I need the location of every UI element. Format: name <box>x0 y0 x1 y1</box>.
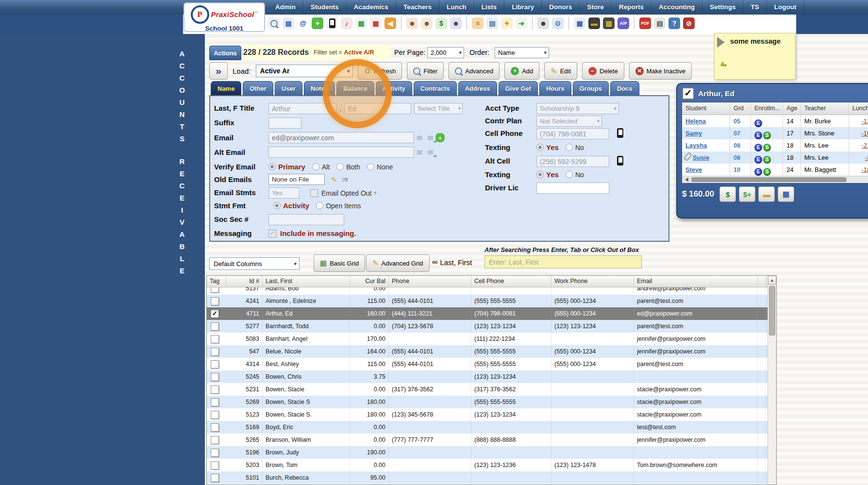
email-at-icon[interactable]: @ <box>297 17 309 29</box>
add-button[interactable]: +Add <box>504 62 539 80</box>
cell-phone-input[interactable] <box>536 128 609 139</box>
chat-add-icon[interactable]: + <box>435 133 445 142</box>
parent-icon[interactable]: ☻ <box>421 17 433 29</box>
help-icon[interactable]: ? <box>668 17 680 29</box>
make-inactive-button[interactable]: ✕Make Inactive <box>629 62 692 80</box>
lunch-balance-cell[interactable]: -3 <box>849 151 868 164</box>
megaphone-icon[interactable]: ◀ <box>384 17 396 29</box>
order-select[interactable]: Name <box>495 47 549 58</box>
student-row[interactable]: Susie08ES18Mrs. Lee-3 <box>682 151 868 164</box>
per-page-select[interactable]: 2,000 <box>427 47 464 58</box>
table-row[interactable]: 5083Barnhart, Angel170.00(111) 222-1234j… <box>207 333 776 345</box>
staff-icon[interactable]: ☻ <box>537 17 549 29</box>
grid-col-header-filler[interactable] <box>758 276 766 287</box>
old-emails-select[interactable]: None on File <box>268 174 325 185</box>
last-name-input[interactable] <box>344 103 411 114</box>
register-icon[interactable]: ▥ <box>603 17 615 29</box>
time-clock-icon[interactable]: ⊙ <box>552 17 564 29</box>
popup-col-header-age[interactable]: Age <box>783 102 801 115</box>
send-mail-icon[interactable]: ✉➔ <box>425 148 435 157</box>
nav-item-academics[interactable]: Academics <box>347 0 396 15</box>
print-icon[interactable]: ▤ <box>654 17 666 29</box>
nav-item-store[interactable]: Store <box>580 0 612 15</box>
alt-email-input[interactable] <box>268 147 414 158</box>
popup-col-header-grd[interactable]: Grd <box>730 102 751 115</box>
row-tag-checkbox[interactable] <box>211 322 219 331</box>
popup-col-header-teacher[interactable]: Teacher <box>801 102 849 115</box>
row-tag-checkbox[interactable] <box>211 335 219 343</box>
nav-item-lunch[interactable]: Lunch <box>439 0 474 15</box>
lunch-balance-cell[interactable]: -13 <box>849 115 868 127</box>
table-row[interactable]: 5231Bowen, Stacie0.00(317) 376-3562(317)… <box>207 383 776 396</box>
nav-item-accounting[interactable]: Accounting <box>651 0 702 15</box>
student-row[interactable]: Steve10ES24Mr. Baggett-18 <box>682 164 868 176</box>
row-tag-checkbox[interactable] <box>211 287 219 293</box>
scrollbar-thumb[interactable] <box>769 286 775 335</box>
tab-docs[interactable]: Docs <box>610 81 639 96</box>
table-row[interactable]: 5245Bowen, Chris3.75(123) 123-1234 <box>207 370 776 383</box>
tab-activity[interactable]: Activity <box>376 81 412 96</box>
message-note[interactable]: some message ▲➔ <box>714 33 796 80</box>
grid-col-header-cell-phone[interactable]: Cell Phone <box>471 276 551 287</box>
title-select[interactable]: Select Title <box>414 103 463 114</box>
row-tag-checkbox[interactable] <box>211 360 219 368</box>
texting-yes-radio[interactable] <box>536 171 544 178</box>
family-tag-checkbox[interactable]: ✓ <box>682 87 694 100</box>
refresh-button[interactable]: ♻Refresh <box>358 62 402 80</box>
driver-lic-input[interactable] <box>536 183 609 194</box>
student-link[interactable]: Samy <box>685 130 702 137</box>
student-row[interactable]: Helena05E14Mr. Burke-13 <box>682 115 868 127</box>
delete-button[interactable]: –Delete <box>582 62 624 80</box>
popup-col-header-lunch[interactable]: Lunch <box>849 102 868 115</box>
play-icon[interactable] <box>717 37 725 48</box>
nav-item-ts[interactable]: TS <box>743 0 767 15</box>
basic-grid-button[interactable]: ▦ Basic Grid <box>314 254 365 272</box>
verify-primary-radio[interactable] <box>268 163 276 170</box>
search-input[interactable] <box>484 255 642 268</box>
people-icon[interactable]: ☻ <box>450 17 462 29</box>
bell-icon[interactable]: ✦ <box>501 17 513 29</box>
statement-icon[interactable]: ▦ <box>778 186 794 202</box>
edit-note-icon[interactable]: ✎ <box>329 175 339 184</box>
verify-alt-radio[interactable] <box>312 163 319 170</box>
table-row[interactable]: 5277Barnhardt, Todd0.00(704) 123-5678(12… <box>207 320 776 333</box>
nav-item-settings[interactable]: Settings <box>702 0 743 15</box>
lunch-balance-cell[interactable]: -21 <box>849 139 868 151</box>
nav-item-logout[interactable]: Logout <box>767 0 804 15</box>
row-tag-checkbox[interactable] <box>211 385 219 394</box>
table-row[interactable]: 5101Burch, Rebecca95.00 <box>207 471 776 484</box>
messaging-checkbox[interactable] <box>268 230 276 237</box>
nav-item-admin[interactable]: Admin <box>268 0 303 15</box>
scroll-left-icon[interactable] <box>685 177 688 182</box>
student-link[interactable]: Steve <box>685 166 702 173</box>
grid-vertical-scrollbar[interactable]: ▲ <box>768 276 776 485</box>
phone-icon[interactable] <box>617 156 623 166</box>
hscrollbar-thumb[interactable] <box>691 177 847 182</box>
card-payment-icon[interactable]: ▬ <box>758 186 775 202</box>
pdf-icon[interactable]: PDF <box>639 17 651 29</box>
stmt-fmt-activity-radio[interactable] <box>273 202 281 209</box>
table-row[interactable]: 5169Boyd, Eric0.00test@test.com <box>207 421 776 434</box>
lunch-balance-cell[interactable]: -10 <box>849 127 868 139</box>
voice-call-icon[interactable]: ♪ <box>341 17 352 29</box>
row-tag-checkbox[interactable] <box>211 297 219 305</box>
row-tag-checkbox[interactable] <box>211 474 219 482</box>
table-row[interactable]: 4314Best, Ashley115.00(555) 444-0101(555… <box>207 358 776 370</box>
soc-sec-input[interactable] <box>268 214 344 225</box>
load-filter-select[interactable]: Active Ar <box>256 65 353 77</box>
table-row[interactable]: 5196Brown, Judy190.00 <box>207 446 776 459</box>
email-input[interactable] <box>268 132 414 143</box>
table-row[interactable]: 5203Brown, Tom0.00(123) 123-1236(123) 12… <box>207 459 776 471</box>
send-page-icon[interactable]: ➔ <box>516 17 527 29</box>
grid-col-header-work-phone[interactable]: Work Phone <box>551 276 634 287</box>
calendar-grid-icon[interactable]: ▦ <box>283 17 294 29</box>
table-row[interactable]: ✓4711Arthur, Ed160.00(444) 111-3221(704)… <box>207 307 776 320</box>
edit-button[interactable]: ✎Edit <box>544 62 577 80</box>
popup-col-header-student[interactable]: Student <box>682 102 730 115</box>
card-icon[interactable]: ▬ <box>588 17 600 29</box>
mobile-phone-icon[interactable] <box>326 17 338 29</box>
table-row[interactable]: 4241Almonte , Edelnize115.00(555) 444-01… <box>207 295 776 307</box>
tab-other[interactable]: Other <box>243 81 273 96</box>
first-name-input[interactable] <box>268 103 336 114</box>
row-tag-checkbox[interactable] <box>211 423 219 432</box>
